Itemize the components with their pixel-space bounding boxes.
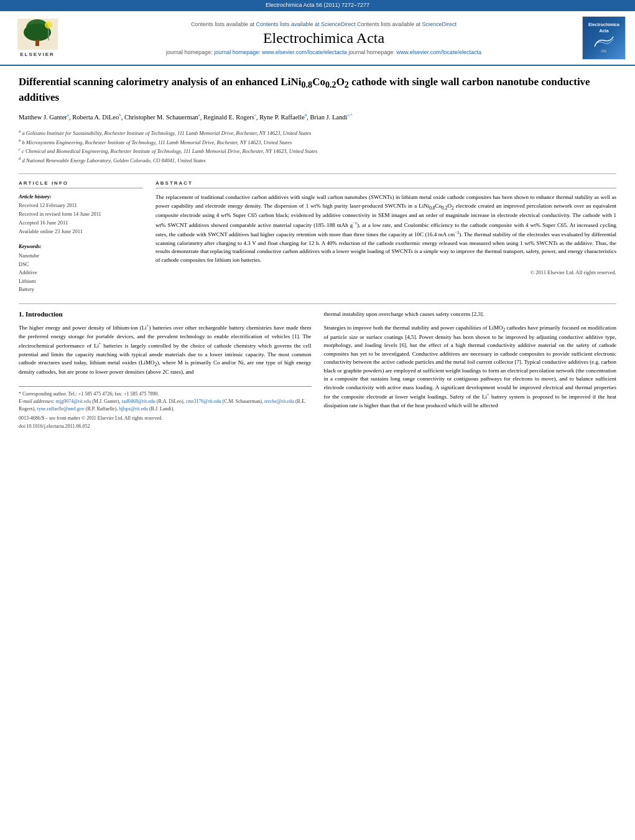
intro-para-2: Strategies to improve both the thermal s… bbox=[324, 324, 617, 410]
keyword-battery: Battery bbox=[19, 285, 143, 294]
abstract-title: ABSTRACT bbox=[155, 180, 616, 188]
affiliation-a: a a Golisano Institute for Sustainabilit… bbox=[19, 128, 616, 137]
keyword-additive: Additive bbox=[19, 269, 143, 277]
top-banner: Electrochimica Acta 56 (2011) 7272–7277 bbox=[0, 0, 635, 10]
abstract-text: The replacement of traditional conductiv… bbox=[155, 193, 616, 264]
history-label: Article history: bbox=[19, 193, 143, 200]
received-date: Received 12 February 2011 bbox=[19, 202, 143, 210]
divider-2 bbox=[19, 303, 616, 304]
section1-heading: 1. Introduction bbox=[19, 310, 312, 318]
available-date: Available online 23 June 2011 bbox=[19, 228, 143, 236]
body-col-left: 1. Introduction The higher energy and po… bbox=[19, 310, 312, 429]
accepted-date: Accepted 16 June 2011 bbox=[19, 219, 143, 227]
intro-para-thermal: thermal instability upon overcharge whic… bbox=[324, 310, 617, 319]
keywords-section: Keywords: Nanotube DSC Additive Lithium … bbox=[19, 243, 143, 294]
abstract-copyright: © 2011 Elsevier Ltd. All rights reserved… bbox=[155, 269, 616, 275]
keyword-nanotube: Nanotube bbox=[19, 252, 143, 261]
sciencedirect-link[interactable]: Contents lists available at ScienceDirec… bbox=[256, 21, 355, 27]
svg-rect-3 bbox=[35, 40, 39, 46]
journal-logo-right: Electrochimica Acta ISE bbox=[582, 16, 626, 60]
homepage-line: journal homepage: journal homepage: www.… bbox=[75, 49, 573, 55]
keyword-lithium: Lithium bbox=[19, 277, 143, 286]
journal-header-center: Contents lists available at Contents lis… bbox=[75, 21, 573, 55]
elsevier-label: ELSEVIER bbox=[20, 52, 55, 57]
footnote-email: E-mail addresses: mjg9074@rit.edu (M.J. … bbox=[19, 398, 312, 413]
info-abstract-section: ARTICLE INFO Article history: Received 1… bbox=[19, 180, 616, 294]
footnote-corresponding: * Corresponding author. Tel.: +1 585 475… bbox=[19, 390, 312, 398]
journal-header-left: ELSEVIER bbox=[6, 19, 68, 57]
elsevier-tree-icon bbox=[17, 19, 58, 50]
homepage-link[interactable]: journal homepage: www.elsevier.com/locat… bbox=[214, 49, 347, 55]
body-section: 1. Introduction The higher energy and po… bbox=[19, 310, 616, 429]
keywords-label: Keywords: bbox=[19, 243, 143, 249]
contents-line: Contents lists available at Contents lis… bbox=[75, 21, 573, 27]
article-content: Differential scanning calorimetry analys… bbox=[0, 66, 635, 438]
elsevier-logo: ELSEVIER bbox=[17, 19, 58, 57]
journal-header: ELSEVIER Contents lists available at Con… bbox=[0, 10, 635, 66]
divider-1 bbox=[19, 173, 616, 174]
affiliations: a a Golisano Institute for Sustainabilit… bbox=[19, 128, 616, 164]
affiliation-c: c c Chemical and Biomedical Engineering,… bbox=[19, 146, 616, 155]
affiliation-b: b b Microsystems Engineering, Rochester … bbox=[19, 137, 616, 147]
keyword-dsc: DSC bbox=[19, 261, 143, 269]
article-title: Differential scanning calorimetry analys… bbox=[19, 75, 616, 104]
abstract-col: ABSTRACT The replacement of traditional … bbox=[155, 180, 616, 294]
journal-header-right: Electrochimica Acta ISE bbox=[579, 16, 629, 60]
journal-title: Electrochimica Acta bbox=[75, 30, 573, 47]
banner-text: Electrochimica Acta 56 (2011) 7272–7277 bbox=[266, 2, 369, 8]
doi-line: doi:10.1016/j.electacta.2011.06.052 bbox=[19, 423, 312, 429]
copyright-footer-line: 0013-4686/$ – see front matter © 2011 El… bbox=[19, 415, 312, 421]
received-revised-date: Received in revised form 14 June 2011 bbox=[19, 211, 143, 218]
affiliation-d: d d National Renewable Energy Laboratory… bbox=[19, 155, 616, 165]
intro-para-1: The higher energy and power density of l… bbox=[19, 323, 312, 377]
article-info-col: ARTICLE INFO Article history: Received 1… bbox=[19, 180, 143, 294]
article-info-title: ARTICLE INFO bbox=[19, 180, 143, 188]
footnote-section: * Corresponding author. Tel.: +1 585 475… bbox=[19, 386, 312, 429]
authors-line: Matthew J. Gantera, Roberta A. DiLeob, C… bbox=[19, 112, 616, 122]
svg-point-4 bbox=[45, 21, 52, 29]
body-col-right: thermal instability upon overcharge whic… bbox=[324, 310, 617, 429]
